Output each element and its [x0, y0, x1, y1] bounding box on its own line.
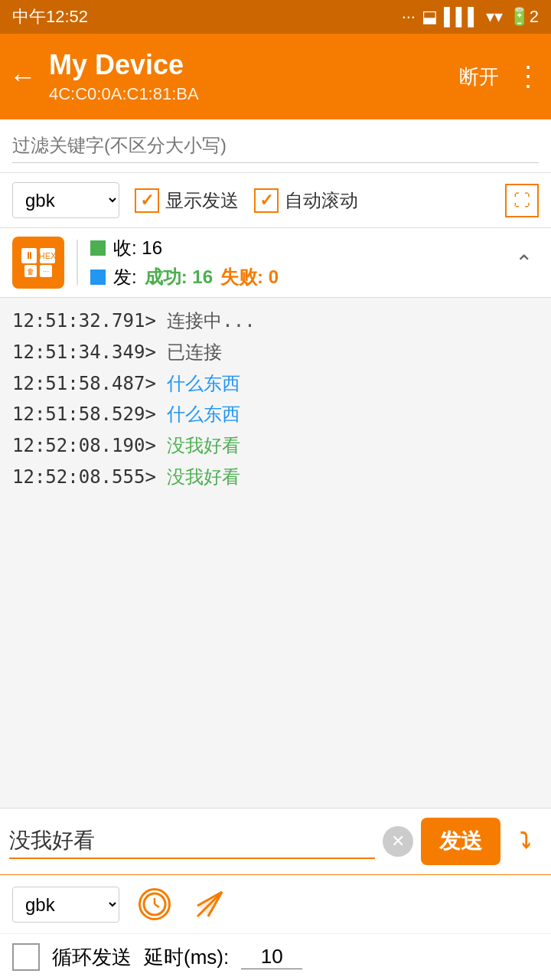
dots-icon: ··· [40, 265, 52, 277]
receive-indicator [90, 240, 106, 256]
log-entry-5: 12:52:08.190> 没我好看 [12, 430, 539, 462]
filter-area [0, 119, 551, 173]
more-options-button[interactable]: ⋮ [514, 60, 542, 93]
bluetooth-icon: ⬓ [422, 7, 438, 27]
stats-divider [77, 240, 78, 286]
back-button[interactable]: ← [9, 60, 37, 93]
show-send-checkbox-label[interactable]: 显示发送 [135, 188, 239, 213]
stats-bar: ⏸ HEX 🗑 ··· 收: 16 发: 成功: 16 失败: 0 ⌃ [0, 228, 551, 298]
log-time-5: 12:52:08.190> [12, 435, 156, 456]
encoding-select-top[interactable]: gbk utf-8 ascii [12, 182, 119, 218]
log-msg-3: 什么东西 [167, 373, 240, 394]
pause-row-icon: ⏸ HEX [21, 248, 55, 263]
log-area: 12:51:32.791> 连接中... 12:51:34.349> 已连接 1… [0, 298, 551, 808]
svg-line-2 [155, 904, 159, 907]
fullscreen-icon: ⛶ [514, 191, 530, 211]
delete-icon: 🗑 [24, 265, 37, 277]
log-msg-2: 已连接 [167, 341, 222, 363]
log-time-4: 12:51:58.529> [12, 403, 156, 425]
log-msg-4: 什么东西 [167, 403, 240, 425]
loop-send-row: 循环发送 延时(ms): [0, 934, 551, 980]
delete-row-icon: 🗑 ··· [24, 265, 52, 277]
battery-icon: 🔋2 [509, 7, 539, 27]
filter-input[interactable] [12, 129, 539, 163]
log-entry-3: 12:51:58.487> 什么东西 [12, 368, 539, 400]
encoding-select-bottom[interactable]: gbk utf-8 ascii [12, 887, 119, 923]
fullscreen-button[interactable]: ⛶ [505, 184, 539, 217]
controls-bar: gbk utf-8 ascii 显示发送 自动滚动 ⛶ [0, 173, 551, 228]
receive-stats-row: 收: 16 [90, 236, 496, 260]
hex-icon: HEX [40, 248, 55, 263]
collapse-button[interactable]: ⌃ [508, 247, 539, 278]
wifi-icon: ▾▾ [486, 7, 503, 27]
status-icons: ··· ⬓ ▌▌▌ ▾▾ 🔋2 [402, 7, 539, 27]
clear-input-button[interactable]: ✕ [383, 826, 413, 857]
send-label: 发: [113, 265, 137, 289]
log-time-6: 12:52:08.555> [12, 466, 156, 488]
log-entry-1: 12:51:32.791> 连接中... [12, 305, 539, 337]
signal-dots-icon: ··· [402, 7, 416, 27]
send-button[interactable]: 发送 [421, 818, 500, 865]
disconnect-button[interactable]: 断开 [459, 64, 499, 90]
history-icon [139, 888, 171, 920]
status-time: 中午12:52 [12, 5, 88, 28]
expand-button[interactable]: ⤵ [508, 825, 542, 858]
loop-send-label: 循环发送 [52, 944, 132, 971]
auto-scroll-checkbox-label[interactable]: 自动滚动 [254, 188, 358, 213]
title-area: My Device 4C:C0:0A:C1:81:BA [49, 49, 459, 104]
input-row: ✕ 发送 ⤵ [0, 808, 551, 875]
log-entry-2: 12:51:34.349> 已连接 [12, 337, 539, 368]
signal-bars-icon: ▌▌▌ [444, 7, 480, 27]
device-mac: 4C:C0:0A:C1:81:BA [49, 84, 459, 104]
auto-scroll-label: 自动滚动 [285, 188, 358, 213]
receive-stats: 收: 16 [113, 236, 162, 260]
log-msg-1: 连接中... [167, 310, 255, 332]
pause-icon: ⏸ [21, 248, 37, 263]
log-entry-4: 12:51:58.529> 什么东西 [12, 399, 539, 430]
status-bar: 中午12:52 ··· ⬓ ▌▌▌ ▾▾ 🔋2 [0, 0, 551, 34]
send-stats-row: 发: 成功: 16 失败: 0 [90, 265, 496, 289]
log-time-1: 12:51:32.791> [12, 310, 156, 332]
auto-scroll-checkbox[interactable] [254, 188, 279, 213]
device-name: My Device [49, 49, 459, 81]
message-input[interactable] [9, 824, 375, 859]
fail-count: 失败: 0 [220, 265, 279, 289]
show-send-checkbox[interactable] [135, 188, 159, 213]
log-time-2: 12:51:34.349> [12, 341, 156, 363]
app-bar: ← My Device 4C:C0:0A:C1:81:BA 断开 ⋮ [0, 34, 551, 119]
bottom-controls-row: gbk utf-8 ascii [0, 875, 551, 934]
log-msg-6: 没我好看 [167, 466, 240, 488]
log-msg-5: 没我好看 [167, 435, 240, 456]
success-count: 成功: 16 [145, 265, 213, 289]
send-icon-button[interactable] [190, 884, 230, 924]
log-entry-6: 12:52:08.555> 没我好看 [12, 462, 539, 493]
log-time-3: 12:51:58.487> [12, 373, 156, 394]
delay-input[interactable] [241, 945, 302, 969]
delay-label: 延时(ms): [144, 944, 229, 971]
stats-control-icons[interactable]: ⏸ HEX 🗑 ··· [12, 237, 64, 289]
bottom-area: ✕ 发送 ⤵ gbk utf-8 ascii [0, 808, 551, 980]
stats-text: 收: 16 发: 成功: 16 失败: 0 [90, 236, 496, 289]
show-send-label: 显示发送 [165, 188, 239, 213]
loop-send-checkbox[interactable] [12, 943, 40, 971]
history-button[interactable] [135, 884, 174, 924]
send-indicator [90, 270, 106, 285]
